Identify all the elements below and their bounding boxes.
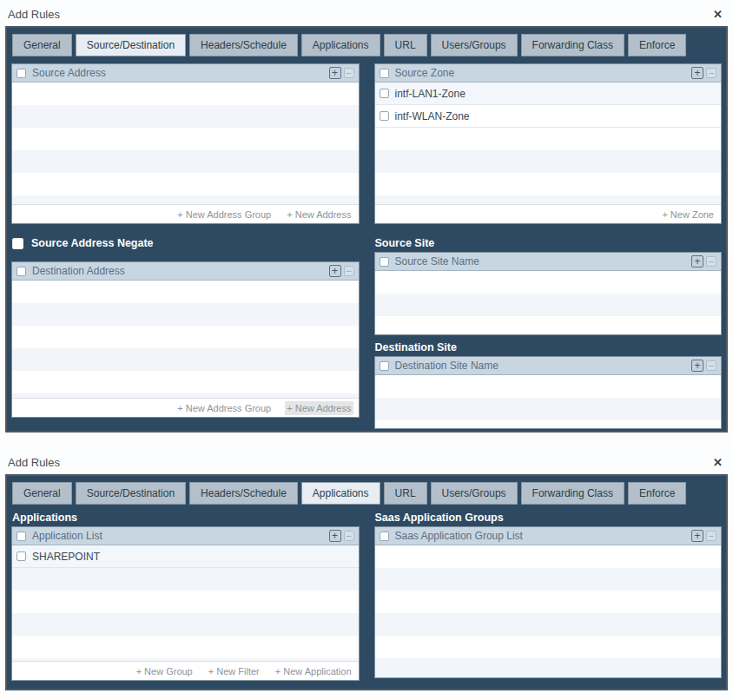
source-site-select-all-checkbox[interactable] — [380, 257, 389, 267]
source-address-negate-label: Source Address Negate — [31, 237, 154, 249]
add-icon[interactable]: + — [691, 255, 703, 267]
add-icon[interactable]: + — [329, 265, 341, 277]
new-address-link[interactable]: + New Address — [287, 403, 351, 413]
list-item-sharepoint[interactable]: SHAREPOINT — [12, 545, 359, 568]
tab-applications[interactable]: Applications — [301, 34, 380, 56]
destination-address-panel-footer: + New Address Group + New Address — [12, 398, 359, 417]
zone-checkbox[interactable] — [380, 89, 389, 98]
destination-site-panel-header: Destination Site Name + − — [375, 357, 722, 375]
dialog-title: Add Rules — [8, 8, 60, 21]
saas-application-group-list-panel: Saas Application Group List + − — [374, 526, 723, 678]
source-address-negate-row: Source Address Negate — [12, 233, 360, 254]
dialog-titlebar: Add Rules ✕ — [0, 448, 733, 474]
source-address-panel-header: Source Address + − — [12, 64, 359, 83]
tab-users-groups[interactable]: Users/Groups — [431, 482, 518, 505]
close-icon[interactable]: ✕ — [713, 9, 723, 20]
tab-forwarding-class[interactable]: Forwarding Class — [521, 34, 624, 56]
add-rules-dialog-applications: Add Rules ✕ General Source/Destination H… — [0, 448, 733, 690]
saas-group-select-all-checkbox[interactable] — [380, 532, 389, 541]
remove-icon[interactable]: − — [706, 68, 716, 78]
destination-address-panel-title: Destination Address — [32, 265, 125, 277]
source-zone-panel-footer: + New Zone — [375, 204, 722, 223]
tab-source-destination[interactable]: Source/Destination — [76, 482, 186, 505]
dialog-content: General Source/Destination Headers/Sched… — [5, 474, 728, 690]
source-address-select-all-checkbox[interactable] — [17, 69, 26, 78]
new-address-group-link[interactable]: + New Address Group — [177, 209, 271, 220]
saas-application-group-panel-title: Saas Application Group List — [395, 530, 523, 542]
remove-icon[interactable]: − — [344, 531, 354, 541]
tab-url[interactable]: URL — [384, 34, 427, 56]
right-column: Saas Application Groups Saas Application… — [374, 512, 723, 681]
add-icon[interactable]: + — [691, 530, 703, 542]
tab-headers-schedule[interactable]: Headers/Schedule — [189, 34, 298, 56]
add-icon[interactable]: + — [329, 530, 341, 542]
source-address-list — [12, 83, 359, 204]
destination-site-panel-title: Destination Site Name — [395, 360, 499, 372]
source-site-panel-title: Source Site Name — [395, 255, 479, 267]
remove-icon[interactable]: − — [706, 360, 716, 371]
tab-headers-schedule[interactable]: Headers/Schedule — [189, 482, 298, 505]
tab-general[interactable]: General — [12, 34, 72, 56]
tab-bar: General Source/Destination Headers/Sched… — [10, 476, 723, 511]
destination-address-list — [12, 281, 359, 398]
tab-bar: General Source/Destination Headers/Sched… — [10, 28, 723, 63]
remove-icon[interactable]: − — [344, 266, 354, 276]
new-zone-link[interactable]: + New Zone — [662, 209, 714, 220]
zone-checkbox[interactable] — [380, 111, 389, 121]
remove-icon[interactable]: − — [706, 256, 716, 267]
list-item-intf-lan1-zone[interactable]: intf-LAN1-Zone — [375, 83, 722, 105]
tab-general[interactable]: General — [12, 482, 72, 505]
application-label: SHAREPOINT — [32, 551, 100, 563]
tab-source-destination[interactable]: Source/Destination — [76, 34, 186, 56]
add-icon[interactable]: + — [691, 67, 703, 79]
applications-section-label: Applications — [12, 512, 360, 524]
left-column: Source Address + − + New Address Group +… — [11, 63, 360, 429]
destination-address-select-all-checkbox[interactable] — [17, 267, 26, 276]
new-group-link[interactable]: + New Group — [136, 666, 193, 677]
application-select-all-checkbox[interactable] — [17, 532, 26, 541]
destination-address-panel-header: Destination Address + − — [12, 262, 359, 281]
application-list-panel-title: Application List — [32, 530, 102, 542]
remove-icon[interactable]: − — [344, 68, 354, 78]
tab-applications[interactable]: Applications — [301, 482, 380, 505]
source-address-panel-footer: + New Address Group + New Address — [12, 204, 359, 223]
right-column: Source Zone + − intf-LAN1-Zone — [374, 63, 723, 429]
application-checkbox[interactable] — [17, 551, 26, 561]
zone-label: intf-LAN1-Zone — [395, 88, 466, 100]
tab-enforce[interactable]: Enforce — [628, 34, 686, 56]
application-list-panel: Application List + − SHAREPOINT + N — [11, 526, 360, 681]
source-zone-panel: Source Zone + − intf-LAN1-Zone — [374, 63, 723, 224]
tab-url[interactable]: URL — [384, 482, 427, 505]
new-address-link[interactable]: + New Address — [287, 209, 351, 220]
dialog-content: General Source/Destination Headers/Sched… — [5, 26, 728, 433]
tab-users-groups[interactable]: Users/Groups — [431, 34, 518, 56]
source-address-negate-checkbox[interactable] — [12, 238, 23, 249]
source-site-panel: Source Site Name + − — [374, 252, 723, 335]
source-address-panel: Source Address + − + New Address Group +… — [11, 63, 360, 224]
application-list-panel-header: Application List + − — [12, 527, 359, 545]
source-zone-panel-title: Source Zone — [395, 67, 455, 79]
new-filter-link[interactable]: + New Filter — [208, 666, 260, 677]
application-list-panel-footer: + New Group + New Filter + New Applicati… — [12, 661, 359, 680]
zone-label: intf-WLAN-Zone — [395, 110, 470, 122]
tab-forwarding-class[interactable]: Forwarding Class — [521, 482, 624, 505]
new-application-link[interactable]: + New Application — [275, 666, 352, 677]
source-zone-select-all-checkbox[interactable] — [380, 69, 389, 78]
destination-site-section-label: Destination Site — [375, 341, 723, 353]
source-address-panel-title: Source Address — [32, 67, 106, 79]
source-zone-panel-header: Source Zone + − — [375, 64, 722, 83]
remove-icon[interactable]: − — [706, 531, 716, 541]
add-rules-dialog-source-destination: Add Rules ✕ General Source/Destination H… — [0, 0, 733, 433]
saas-application-group-list — [375, 545, 722, 677]
destination-site-panel: Destination Site Name + − — [374, 356, 723, 429]
dialog-title: Add Rules — [8, 456, 60, 469]
add-icon[interactable]: + — [329, 67, 341, 79]
new-address-group-link[interactable]: + New Address Group — [177, 403, 271, 413]
tab-enforce[interactable]: Enforce — [628, 482, 686, 505]
add-icon[interactable]: + — [691, 360, 703, 372]
source-zone-list: intf-LAN1-Zone intf-WLAN-Zone — [375, 83, 722, 204]
source-site-list — [375, 271, 722, 334]
destination-site-select-all-checkbox[interactable] — [380, 361, 389, 371]
list-item-intf-wlan-zone[interactable]: intf-WLAN-Zone — [375, 105, 722, 128]
close-icon[interactable]: ✕ — [713, 457, 723, 468]
